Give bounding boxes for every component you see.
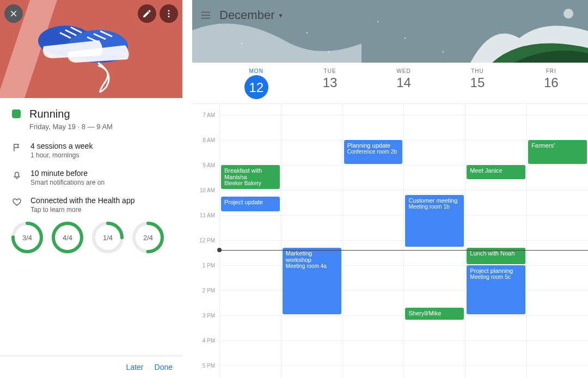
calendar-color-chip (12, 109, 21, 118)
progress-ring: 2/4 (131, 220, 166, 255)
calendar-grid[interactable]: 7 AM8 AM9 AM10 AM11 AM12 PM1 PM2 PM3 PM4… (192, 104, 588, 378)
goal-hero (0, 0, 182, 98)
calendar-view: December ▼ MON12TUE13WED14THU15FRI16 7 A… (192, 0, 588, 378)
svg-point-10 (168, 10, 170, 11)
caret-down-icon: ▼ (278, 13, 283, 19)
flag-icon (12, 143, 22, 153)
done-button[interactable]: Done (155, 363, 173, 371)
goal-detail-panel: Running Friday, May 19 · 8 — 9 AM 4 sess… (0, 0, 182, 378)
calendar-event[interactable]: Planning updateConference room 2b (344, 140, 403, 164)
goal-title: Running (29, 108, 170, 120)
svg-point-23 (241, 43, 243, 45)
hamburger-icon (200, 9, 212, 21)
time-label: 10 AM (200, 187, 215, 193)
calendar-event[interactable]: Project planningMeeting room 5c (467, 265, 525, 314)
more-vert-icon (164, 9, 174, 19)
reminder-row[interactable]: 10 minute beforeSmart notifications are … (12, 169, 170, 186)
calendar-hero: December ▼ (192, 0, 588, 63)
calendar-event[interactable]: Project update (221, 197, 280, 212)
time-label: 12 PM (199, 237, 215, 243)
calendar-event[interactable]: Sheryll/Mike (405, 308, 464, 320)
time-label: 1 PM (203, 263, 215, 269)
svg-point-26 (405, 38, 406, 39)
close-icon (9, 9, 19, 19)
progress-ring: 4/4 (50, 220, 85, 255)
time-label: 2 PM (203, 288, 215, 294)
calendar-event[interactable]: Farmers' (528, 140, 587, 164)
bell-icon (12, 170, 22, 180)
calendar-event[interactable]: Meet Janice (467, 165, 525, 179)
day-column[interactable]: Meet JaniceLunch with NoahProject planni… (465, 104, 526, 378)
calendar-event[interactable]: Marketing workshopMeeting room 4a (283, 248, 341, 314)
time-label: 4 PM (203, 338, 215, 344)
heart-icon (12, 197, 22, 207)
time-label: 3 PM (203, 313, 215, 319)
svg-point-27 (443, 51, 444, 53)
progress-ring: 1/4 (90, 220, 125, 255)
svg-point-25 (328, 51, 330, 53)
time-label: 5 PM (203, 363, 215, 369)
day-column[interactable]: Planning updateConference room 2b (342, 104, 404, 378)
day-header[interactable]: THU15 (440, 63, 514, 103)
day-column[interactable]: Customer meetingMeeting room 1bSheryll/M… (403, 104, 465, 378)
overflow-button[interactable] (160, 4, 178, 23)
sessions-row[interactable]: 4 sessions a week1 hour, mornings (12, 142, 170, 159)
time-label: 8 AM (203, 137, 215, 143)
progress-ring: 3/4 (10, 220, 45, 255)
svg-point-12 (168, 16, 170, 17)
day-header-row: MON12TUE13WED14THU15FRI16 (192, 63, 588, 104)
goal-subtitle: Friday, May 19 · 8 — 9 AM (29, 123, 170, 131)
menu-button[interactable] (200, 9, 212, 21)
progress-rings: 3/44/41/42/4 (10, 220, 170, 255)
day-header[interactable]: TUE13 (293, 63, 366, 103)
time-label: 7 AM (203, 112, 215, 118)
calendar-event[interactable]: Customer meetingMeeting room 1b (405, 195, 464, 247)
day-header[interactable]: WED14 (367, 63, 440, 103)
time-label: 9 AM (203, 162, 215, 168)
svg-point-11 (168, 13, 170, 15)
day-column[interactable]: Breakfast with ManishaBleeker BakeryProj… (219, 104, 281, 378)
day-column[interactable]: Marketing workshopMeeting room 4a (281, 104, 342, 378)
day-column[interactable]: Farmers' (526, 104, 588, 378)
day-header[interactable]: MON12 (219, 63, 293, 103)
later-button[interactable]: Later (126, 363, 144, 371)
month-picker[interactable]: December ▼ (219, 8, 283, 22)
pencil-icon (142, 9, 152, 19)
health-row[interactable]: Connected with the Health appTap to lear… (12, 196, 170, 214)
time-label: 11 AM (200, 212, 215, 218)
panel-footer: Later Done (0, 356, 182, 378)
day-header[interactable]: FRI16 (514, 63, 588, 103)
close-button[interactable] (4, 4, 23, 23)
calendar-event[interactable]: Breakfast with ManishaBleeker Bakery (221, 165, 280, 189)
edit-button[interactable] (138, 4, 156, 23)
svg-point-24 (307, 32, 308, 34)
